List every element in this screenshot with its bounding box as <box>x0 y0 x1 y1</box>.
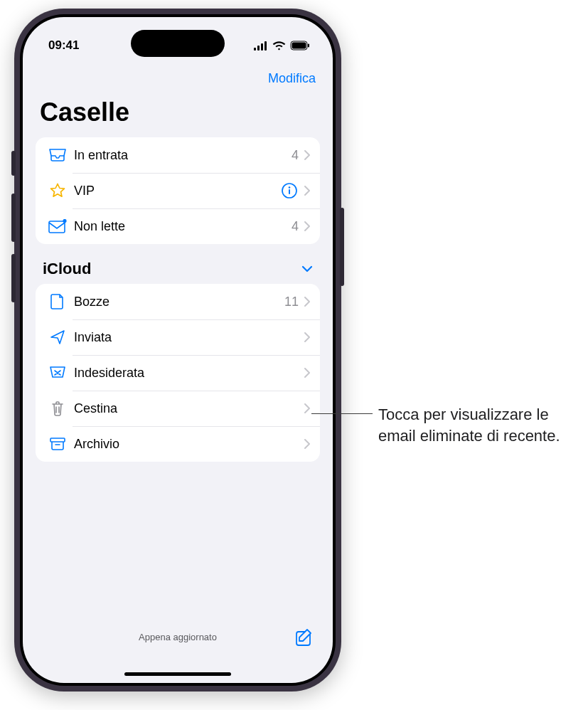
mailbox-row-trash[interactable]: Cestina <box>36 391 320 426</box>
mailbox-label: Cestina <box>70 401 300 416</box>
chevron-right-icon <box>304 186 310 196</box>
mailbox-row-junk[interactable]: Indesiderata <box>36 355 320 391</box>
phone-bezel: 09:41 Modific <box>20 14 336 686</box>
status-indicators <box>254 41 310 51</box>
battery-icon <box>290 41 310 51</box>
mailbox-label: Inviata <box>70 330 300 345</box>
chevron-down-icon <box>301 265 313 272</box>
svg-rect-5 <box>292 43 306 49</box>
status-time: 09:41 <box>48 38 79 53</box>
trash-icon <box>46 400 70 417</box>
screen: 09:41 Modific <box>23 17 333 683</box>
iphone-device-frame: 09:41 Modific <box>14 9 341 692</box>
svg-rect-1 <box>257 46 260 51</box>
side-button <box>340 208 344 286</box>
dynamic-island <box>131 30 225 57</box>
primary-mailboxes-group: In entrata 4 VIP <box>36 137 320 244</box>
mailbox-row-drafts[interactable]: Bozze 11 <box>36 284 320 319</box>
svg-rect-10 <box>49 221 65 233</box>
chevron-right-icon <box>304 368 310 378</box>
mailbox-count: 4 <box>292 148 299 163</box>
chevron-right-icon <box>304 221 310 231</box>
mailbox-label: Non lette <box>70 219 292 234</box>
mailbox-row-archive[interactable]: Archivio <box>36 426 320 462</box>
callout-leader-line <box>311 413 373 414</box>
svg-rect-6 <box>308 44 309 48</box>
svg-rect-3 <box>264 41 267 51</box>
mailbox-label: VIP <box>70 184 282 198</box>
cellular-icon <box>254 41 268 51</box>
home-indicator <box>124 672 231 676</box>
mailbox-count: 4 <box>292 219 299 234</box>
sent-icon <box>46 329 70 345</box>
draft-icon <box>46 293 70 310</box>
chevron-right-icon <box>304 150 310 160</box>
svg-point-11 <box>63 219 66 223</box>
info-button[interactable] <box>282 183 297 198</box>
silent-switch <box>11 151 16 176</box>
compose-button[interactable] <box>294 627 314 647</box>
edit-button[interactable]: Modifica <box>268 71 316 86</box>
wifi-icon <box>272 41 286 51</box>
junk-icon <box>46 366 70 380</box>
mailbox-count: 11 <box>284 295 299 309</box>
svg-rect-12 <box>50 438 65 442</box>
nav-bar: Modifica <box>36 61 320 93</box>
mailbox-row-vip[interactable]: VIP <box>36 173 320 208</box>
mailbox-row-unread[interactable]: Non lette 4 <box>36 208 320 244</box>
mail-mailboxes-screen: Modifica Caselle In entrata 4 <box>23 61 333 683</box>
unread-icon <box>46 219 70 233</box>
icloud-mailboxes-group: Bozze 11 Inviata <box>36 284 320 462</box>
page-title: Caselle <box>36 93 320 137</box>
chevron-right-icon <box>304 403 310 413</box>
sync-status: Appena aggiornato <box>139 632 217 642</box>
mailbox-row-inbox[interactable]: In entrata 4 <box>36 137 320 173</box>
callout-text: Tocca per visualizzare le email eliminat… <box>378 404 577 446</box>
volume-down-button <box>11 254 16 302</box>
mailbox-label: Archivio <box>70 437 300 452</box>
svg-point-8 <box>289 186 291 189</box>
mailbox-label: Indesiderata <box>70 366 300 381</box>
volume-up-button <box>11 194 16 242</box>
svg-rect-2 <box>261 43 263 51</box>
section-title: iCloud <box>43 260 91 278</box>
inbox-icon <box>46 148 70 162</box>
mailbox-row-sent[interactable]: Inviata <box>36 319 320 355</box>
section-header-icloud[interactable]: iCloud <box>36 244 320 284</box>
star-icon <box>46 182 70 199</box>
chevron-right-icon <box>304 297 310 307</box>
mailbox-label: In entrata <box>70 148 292 163</box>
chevron-right-icon <box>304 439 310 449</box>
mailbox-label: Bozze <box>70 295 284 309</box>
chevron-right-icon <box>304 332 310 342</box>
svg-rect-0 <box>254 48 256 51</box>
svg-rect-9 <box>289 189 290 194</box>
archive-icon <box>46 437 70 451</box>
